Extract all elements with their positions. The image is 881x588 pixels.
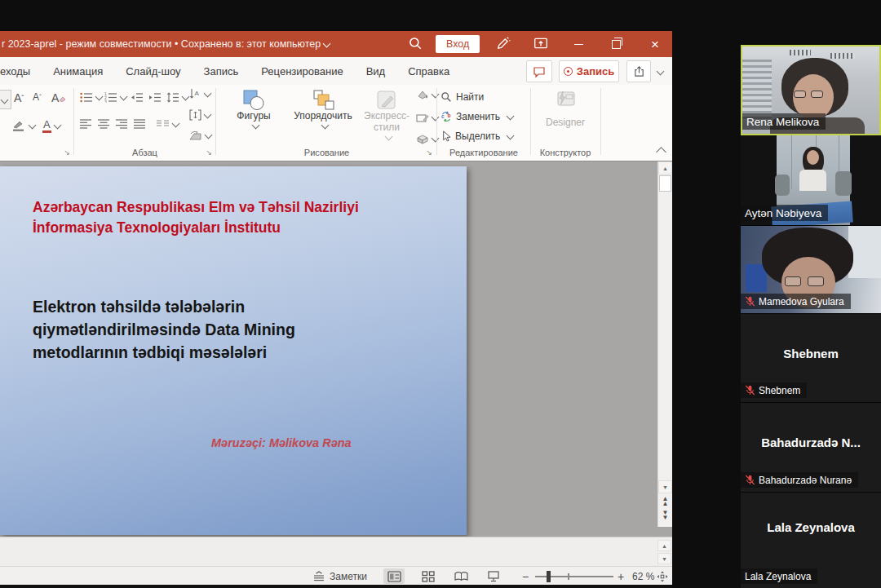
comments-button[interactable] — [526, 60, 552, 82]
smartart-button[interactable] — [189, 130, 211, 141]
ribbon-display-options-icon[interactable] — [533, 36, 550, 52]
shapes-button[interactable]: Фигуры — [230, 90, 277, 130]
participant-tile-gyulara[interactable]: Mamedova Gyulara — [741, 226, 881, 314]
participant-name-label: Lala Zeynalova — [741, 568, 817, 584]
scroll-up-button[interactable]: ▲ — [658, 161, 672, 175]
zoom-level[interactable]: 62 % — [632, 568, 654, 584]
previous-slide-button[interactable]: ▲▲ — [658, 497, 672, 506]
text-direction-button[interactable]: A — [189, 88, 210, 99]
group-label: Конструктор — [532, 148, 599, 157]
align-left-button[interactable] — [80, 119, 92, 129]
shape-outline-button[interactable] — [416, 113, 438, 123]
search-icon[interactable] — [408, 36, 424, 52]
clear-formatting-button[interactable]: A — [51, 91, 66, 104]
vertical-scrollbar[interactable]: ▲ ▼ ▲▲ ▼▼ — [657, 161, 673, 527]
dialog-launcher-icon[interactable]: ↘ — [426, 148, 432, 157]
align-text-button[interactable] — [189, 109, 210, 121]
participant-display-name: Shebnem — [741, 347, 881, 360]
font-size-box[interactable] — [0, 90, 11, 109]
dialog-launcher-icon[interactable]: ↘ — [64, 148, 70, 157]
tab-view[interactable]: Вид — [366, 65, 386, 77]
tab-review[interactable]: Рецензирование — [261, 65, 343, 77]
slide-heading: Azərbaycan Respublikası Elm və Təhsil Na… — [33, 197, 359, 238]
participant-tile-aytan[interactable]: Aytən Nəbiyeva — [741, 135, 881, 226]
find-button[interactable]: Найти — [440, 91, 484, 103]
grow-font-button[interactable]: Aˆ — [14, 91, 24, 104]
chevron-down-icon[interactable] — [323, 39, 331, 47]
tab-help[interactable]: Справка — [408, 65, 449, 77]
participant-tile-lala[interactable]: Lala Zeynalova Lala Zeynalova — [741, 493, 881, 588]
bullets-button[interactable] — [80, 92, 102, 103]
titlebar: r 2023-aprel - режим совместимости • Сох… — [0, 31, 672, 57]
scrollbar-thumb[interactable] — [659, 175, 671, 192]
tab-transitions[interactable]: еходы — [0, 65, 30, 77]
shape-effects-button[interactable] — [416, 134, 438, 144]
decrease-indent-button[interactable] — [131, 92, 144, 103]
reading-view-button[interactable] — [450, 568, 471, 584]
notes-toggle-button[interactable]: Заметки — [312, 568, 367, 584]
participant-tile-rena[interactable]: Rena Melikova — [741, 45, 881, 135]
zoom-out-button[interactable]: − — [522, 568, 529, 584]
participant-name-label: Rena Melikova — [742, 113, 826, 130]
notes-icon — [312, 571, 325, 581]
chevron-down-icon[interactable] — [657, 68, 665, 76]
slide-body-text: Elektron təhsildə tələbələrin qiymətlənd… — [33, 295, 295, 364]
find-icon — [440, 91, 452, 103]
tab-record[interactable]: Запись — [204, 65, 239, 77]
highlight-pen-button[interactable] — [11, 119, 35, 132]
close-button[interactable]: × — [641, 31, 669, 57]
zoom-slider-thumb[interactable] — [547, 571, 551, 582]
slide-canvas[interactable]: Azərbaycan Respublikası Elm və Təhsil Na… — [0, 166, 467, 535]
shrink-font-button[interactable]: Aˇ — [33, 91, 42, 103]
replace-button[interactable]: bc Заменить — [440, 111, 513, 122]
restore-button[interactable] — [602, 31, 630, 57]
scroll-down-button[interactable]: ▼ — [658, 480, 672, 493]
slide-sorter-view-button[interactable] — [418, 568, 439, 584]
numbering-button[interactable]: 123 — [104, 92, 126, 103]
participant-name-label: Shebnem — [741, 382, 807, 398]
fit-to-window-icon — [657, 571, 668, 582]
participant-tile-shebnem[interactable]: Shebnem Shebnem — [741, 314, 881, 403]
participant-display-name: Lala Zeynalova — [741, 520, 881, 534]
arrange-icon — [312, 90, 334, 111]
comment-icon — [533, 65, 546, 78]
tab-slideshow[interactable]: Слайд-шоу — [126, 65, 180, 77]
next-slide-button[interactable]: ▼▼ — [658, 511, 672, 520]
chevron-down-icon — [506, 112, 514, 120]
columns-button[interactable] — [157, 119, 179, 129]
restore-icon — [612, 40, 621, 49]
zoom-slider[interactable] — [535, 576, 613, 577]
font-color-button[interactable]: A — [42, 119, 60, 133]
dialog-launcher-icon[interactable]: ↘ — [206, 148, 212, 157]
fit-slide-to-window-button[interactable] — [654, 568, 671, 584]
inking-pen-icon[interactable] — [496, 36, 512, 52]
participant-tile-bahadurzada[interactable]: Bahadurzadə N... Bahadurzadə Nuranə — [741, 403, 881, 493]
zoom-in-button[interactable]: + — [618, 568, 624, 584]
normal-view-button[interactable] — [383, 568, 405, 584]
notes-scroll-up-button[interactable]: ▲ — [657, 540, 671, 551]
minimize-button[interactable] — [564, 31, 592, 57]
status-bar: Заметки − + 62 % — [0, 566, 672, 586]
shape-fill-button[interactable] — [416, 90, 438, 100]
arrange-button[interactable]: Упорядочить — [286, 90, 361, 130]
share-button[interactable] — [626, 60, 651, 82]
justify-button[interactable] — [134, 119, 146, 129]
increase-indent-button[interactable] — [148, 92, 162, 103]
slideshow-view-button[interactable] — [483, 568, 504, 584]
collapse-ribbon-icon[interactable] — [656, 147, 666, 157]
login-button[interactable]: Вход — [436, 35, 480, 53]
font-group: Aˆ Aˇ A A ↘ — [0, 85, 73, 160]
align-center-button[interactable] — [98, 119, 110, 129]
slide-editing-area: Azərbaycan Respublikası Elm və Təhsil Na… — [0, 161, 672, 537]
record-button[interactable]: Запись — [559, 60, 619, 82]
select-button[interactable]: Выделить — [440, 130, 513, 142]
align-right-button[interactable] — [116, 119, 128, 129]
tab-animation[interactable]: Анимация — [53, 65, 103, 77]
line-spacing-button[interactable] — [166, 92, 188, 103]
designer-button[interactable]: Designer — [540, 90, 591, 129]
notes-pane[interactable]: ▲ ▼ — [0, 537, 672, 567]
replace-icon: bc — [440, 111, 452, 122]
quick-styles-button[interactable]: Экспресс-стили — [364, 90, 410, 141]
notes-scroll-down-button[interactable]: ▼ — [657, 553, 671, 564]
svg-text:3: 3 — [104, 99, 107, 104]
